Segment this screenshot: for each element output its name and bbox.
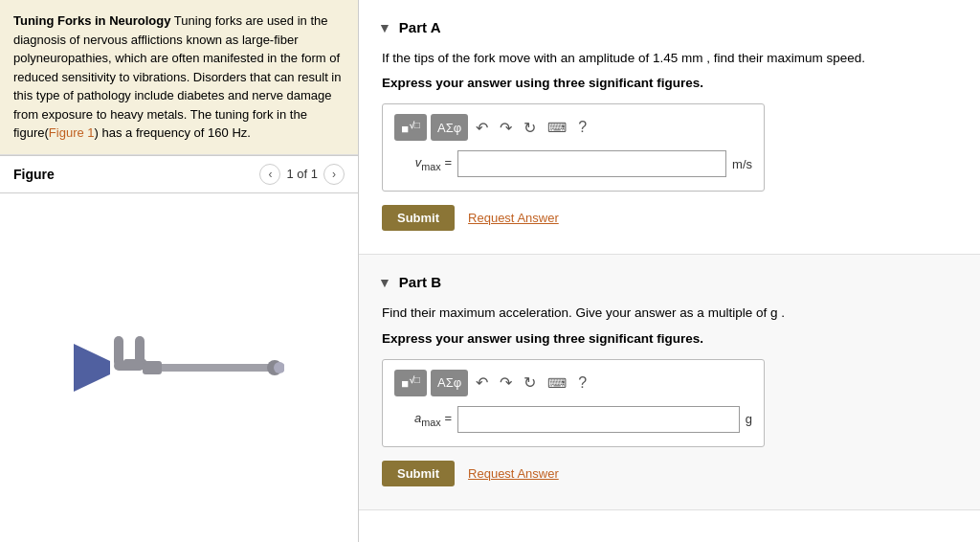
problem-text-box: Tuning Forks in Neurology Tuning forks a… — [0, 0, 358, 155]
part-b-section: ▼ Part B Find their maximum acceleration… — [359, 255, 980, 509]
tuning-fork-image — [74, 325, 284, 411]
part-b-toolbar: ■√□ ΑΣφ ↶ ↷ ↻ ⌨ ? — [394, 370, 752, 396]
part-a-collapse-arrow[interactable]: ▼ — [378, 20, 391, 35]
left-panel: Tuning Forks in Neurology Tuning forks a… — [0, 0, 359, 542]
right-panel: ▼ Part A If the tips of the fork move wi… — [359, 0, 980, 542]
help-button-b[interactable]: ? — [574, 373, 590, 394]
part-a-section: ▼ Part A If the tips of the fork move wi… — [359, 0, 980, 255]
part-b-unit: g — [746, 412, 752, 426]
greek-button-a[interactable]: ΑΣφ — [431, 114, 468, 141]
figure-image-area — [0, 193, 358, 543]
refresh-button-a[interactable]: ↻ — [520, 117, 540, 139]
part-b-equation-row: amax = g — [394, 406, 752, 433]
part-a-title: Part A — [399, 19, 441, 35]
formula-button-a[interactable]: ■√□ — [394, 114, 427, 141]
undo-button-a[interactable]: ↶ — [472, 117, 492, 139]
prev-figure-button[interactable]: ‹ — [259, 164, 280, 185]
part-a-request-answer-button[interactable]: Request Answer — [468, 211, 559, 225]
part-a-eq-label: vmax = — [394, 155, 452, 172]
figure-title: Figure — [13, 167, 55, 182]
problem-body-end: ) has a frequency of 160 Hz. — [95, 125, 251, 140]
figure-nav: ‹ 1 of 1 › — [259, 164, 345, 185]
next-figure-button[interactable]: › — [323, 164, 345, 185]
formula-icon-b: ■√□ — [401, 374, 419, 391]
refresh-button-b[interactable]: ↻ — [520, 372, 540, 394]
part-b-eq-label: amax = — [394, 411, 452, 428]
problem-title: Tuning Forks in Neurology — [13, 13, 170, 28]
page-indicator: 1 of 1 — [286, 167, 318, 181]
part-a-toolbar: ■√□ ΑΣφ ↶ ↷ ↻ ⌨ ? — [394, 114, 752, 141]
svg-rect-0 — [150, 364, 275, 372]
formula-icon-a: ■√□ — [401, 120, 419, 136]
redo-button-a[interactable]: ↷ — [496, 117, 516, 139]
figure-link[interactable]: Figure 1 — [49, 125, 95, 140]
greek-icon-b: ΑΣφ — [437, 375, 461, 390]
problem-body: Tuning forks are used in the diagnosis o… — [13, 13, 342, 140]
svg-marker-8 — [74, 344, 110, 392]
part-a-question: If the tips of the fork move with an amp… — [382, 49, 951, 68]
part-b-header: ▼ Part B — [378, 274, 951, 290]
part-a-equation-row: vmax = m/s — [394, 150, 752, 177]
part-b-collapse-arrow[interactable]: ▼ — [378, 275, 391, 290]
greek-button-b[interactable]: ΑΣφ — [431, 370, 468, 396]
part-b-title: Part B — [399, 274, 441, 290]
part-b-input[interactable] — [457, 406, 740, 433]
part-a-express-note: Express your answer using three signific… — [382, 76, 951, 90]
help-button-a[interactable]: ? — [574, 117, 590, 138]
greek-icon-a: ΑΣφ — [437, 121, 461, 135]
part-b-question: Find their maximum acceleration. Give yo… — [382, 304, 951, 323]
part-a-input[interactable] — [457, 150, 726, 177]
redo-button-b[interactable]: ↷ — [496, 372, 516, 394]
part-b-action-row: Submit Request Answer — [382, 461, 951, 486]
part-b-answer-box: ■√□ ΑΣφ ↶ ↷ ↻ ⌨ ? amax = g — [382, 359, 765, 447]
figure-header: Figure ‹ 1 of 1 › — [0, 155, 358, 193]
part-b-submit-button[interactable]: Submit — [382, 461, 455, 486]
part-a-header: ▼ Part A — [378, 19, 951, 35]
svg-rect-7 — [114, 361, 145, 371]
part-b-express-note: Express your answer using three signific… — [382, 331, 951, 346]
keyboard-button-a[interactable]: ⌨ — [544, 118, 570, 137]
formula-button-b[interactable]: ■√□ — [394, 370, 427, 396]
keyboard-button-b[interactable]: ⌨ — [544, 373, 570, 393]
part-a-submit-button[interactable]: Submit — [382, 205, 455, 231]
figure-section: Figure ‹ 1 of 1 › — [0, 155, 358, 543]
part-a-action-row: Submit Request Answer — [382, 205, 951, 231]
part-b-request-answer-button[interactable]: Request Answer — [468, 466, 559, 481]
part-a-answer-box: ■√□ ΑΣφ ↶ ↷ ↻ ⌨ ? vmax = m/s — [382, 103, 765, 192]
undo-button-b[interactable]: ↶ — [472, 372, 492, 394]
part-a-unit: m/s — [732, 157, 752, 171]
